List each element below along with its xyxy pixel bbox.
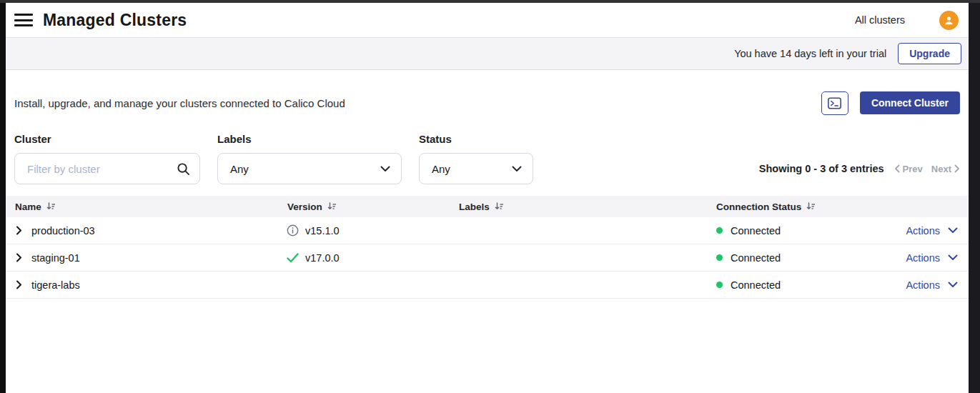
actions-label: Actions	[906, 252, 940, 264]
actions-menu-button[interactable]: Actions	[897, 225, 969, 237]
actions-label: Actions	[906, 225, 940, 237]
trial-banner: You have 14 days left in your trial Upgr…	[6, 37, 969, 70]
main-content: Install, upgrade, and manage your cluste…	[6, 70, 969, 393]
actions-menu-button[interactable]: Actions	[897, 252, 969, 264]
connected-dot-icon	[716, 254, 723, 261]
chevron-down-icon	[948, 282, 958, 288]
status-filter-label: Status	[419, 133, 533, 145]
window-frame-left	[0, 3, 6, 393]
sort-icon	[806, 202, 816, 211]
expand-row-icon[interactable]	[16, 280, 22, 289]
column-header-version[interactable]: Version	[278, 202, 450, 212]
expand-row-icon[interactable]	[16, 253, 22, 262]
prev-arrow-icon[interactable]	[894, 164, 900, 173]
trial-message: You have 14 days left in your trial	[734, 48, 886, 59]
managed-clusters-page: Managed Clusters All clusters You have 1…	[6, 3, 969, 393]
connected-dot-icon	[716, 282, 723, 288]
check-icon	[287, 253, 299, 263]
connected-dot-icon	[716, 227, 723, 234]
cluster-name: staging-01	[31, 252, 80, 264]
prev-button[interactable]: Prev	[903, 164, 923, 174]
version-value: v15.1.0	[305, 225, 340, 237]
table-row: production-03 v15.1.0 Connected Actions	[6, 217, 969, 244]
pagination: Showing 0 - 3 of 3 entries Prev Next	[759, 163, 960, 174]
table-row: tigera-labs Connected Actions	[6, 272, 969, 299]
user-avatar-icon[interactable]	[939, 11, 959, 30]
cluster-context-selector[interactable]: All clusters	[855, 14, 905, 26]
page-description: Install, upgrade, and manage your cluste…	[14, 97, 345, 109]
status-value: Connected	[731, 225, 781, 237]
cluster-filter-input[interactable]	[15, 163, 177, 175]
person-icon	[943, 14, 955, 26]
status-value: Connected	[731, 252, 781, 264]
page-title: Managed Clusters	[43, 11, 187, 30]
column-header-connection-status[interactable]: Connection Status	[707, 202, 897, 212]
cluster-filter-control	[14, 153, 200, 184]
actions-label: Actions	[906, 279, 940, 291]
chevron-down-icon	[380, 166, 390, 172]
labels-filter-value: Any	[230, 163, 249, 175]
connection-status-cell: Connected	[707, 225, 897, 237]
terminal-button[interactable]	[821, 91, 848, 115]
pagination-nav: Prev Next	[894, 164, 960, 174]
cluster-filter-label: Cluster	[14, 133, 200, 145]
clusters-table: Name Version Labels	[6, 196, 969, 299]
sort-icon	[46, 202, 56, 211]
chevron-down-icon	[948, 254, 958, 261]
cluster-name: production-03	[31, 225, 95, 237]
upgrade-button[interactable]: Upgrade	[898, 43, 961, 64]
name-cell: staging-01	[6, 252, 278, 264]
next-arrow-icon[interactable]	[954, 164, 960, 173]
status-filter-group: Status Any	[419, 133, 533, 184]
connect-cluster-button[interactable]: Connect Cluster	[860, 91, 960, 114]
connection-status-cell: Connected	[707, 252, 897, 264]
expand-row-icon[interactable]	[16, 226, 22, 235]
top-header: Managed Clusters All clusters	[6, 3, 969, 37]
sort-icon	[327, 202, 337, 211]
name-cell: production-03	[6, 225, 278, 237]
labels-filter-label: Labels	[217, 133, 402, 145]
table-header-row: Name Version Labels	[6, 196, 969, 217]
version-value: v17.0.0	[305, 252, 340, 264]
chevron-down-icon	[948, 227, 958, 234]
window-frame-right	[969, 3, 980, 393]
name-cell: tigera-labs	[6, 279, 278, 291]
search-icon[interactable]	[177, 162, 190, 176]
labels-filter-select[interactable]: Any	[217, 153, 402, 184]
column-header-name[interactable]: Name	[6, 202, 278, 212]
status-filter-select[interactable]: Any	[419, 153, 533, 184]
status-value: Connected	[731, 279, 781, 291]
description-row: Install, upgrade, and manage your cluste…	[14, 90, 960, 116]
terminal-icon	[828, 97, 841, 109]
pagination-summary: Showing 0 - 3 of 3 entries	[759, 163, 884, 174]
sort-icon	[495, 202, 504, 211]
filters-row: Cluster Labels Any	[14, 133, 960, 184]
info-icon[interactable]	[287, 224, 299, 237]
table-row: staging-01 v17.0.0 Connected Actions	[6, 244, 969, 272]
connection-status-cell: Connected	[707, 279, 897, 291]
version-cell: v17.0.0	[278, 252, 450, 264]
cluster-filter-group: Cluster	[14, 133, 200, 184]
toolbar-actions: Connect Cluster	[821, 91, 960, 115]
labels-filter-group: Labels Any	[217, 133, 402, 184]
next-button[interactable]: Next	[931, 164, 951, 174]
status-filter-value: Any	[432, 163, 450, 175]
cluster-name: tigera-labs	[31, 279, 80, 291]
chevron-down-icon	[512, 166, 522, 172]
menu-icon[interactable]	[14, 13, 33, 27]
column-header-labels[interactable]: Labels	[450, 202, 707, 212]
header-right: All clusters	[855, 11, 959, 30]
version-cell: v15.1.0	[278, 224, 450, 237]
actions-menu-button[interactable]: Actions	[897, 279, 969, 291]
